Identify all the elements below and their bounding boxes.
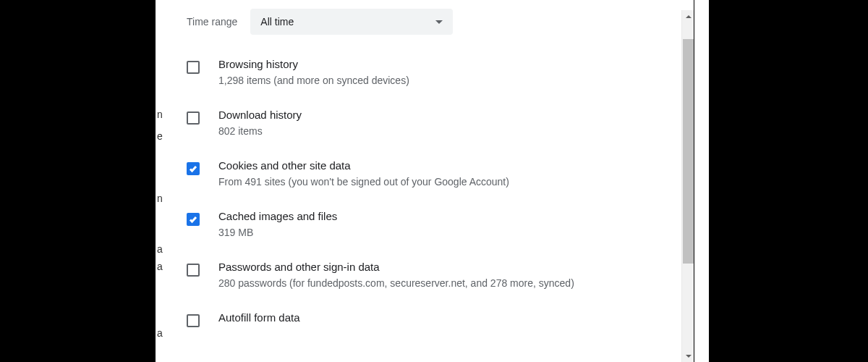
option-title: Passwords and other sign-in data xyxy=(218,261,676,273)
option-description: 280 passwords (for fundedposts.com, secu… xyxy=(218,276,676,291)
arrow-up-icon xyxy=(686,15,692,18)
option-text: Cached images and files319 MB xyxy=(218,210,676,240)
checkmark-icon xyxy=(189,215,197,224)
checkbox[interactable] xyxy=(187,61,200,74)
option-text: Passwords and other sign-in data280 pass… xyxy=(218,261,676,291)
scroll-down-button[interactable] xyxy=(682,350,694,362)
scroll-up-button[interactable] xyxy=(682,10,694,22)
option-description: 802 items xyxy=(218,124,676,139)
checkbox[interactable] xyxy=(187,314,200,327)
option-title: Autofill form data xyxy=(218,311,676,324)
option-row[interactable]: Browsing history1,298 items (and more on… xyxy=(187,48,694,98)
option-title: Cached images and files xyxy=(218,210,676,222)
option-row[interactable]: Download history802 items xyxy=(187,98,694,149)
scrollbar[interactable] xyxy=(681,10,694,362)
time-range-label: Time range xyxy=(187,16,237,28)
option-title: Download history xyxy=(218,109,676,121)
background-right xyxy=(694,0,709,362)
option-text: Download history802 items xyxy=(218,109,676,139)
chevron-down-icon xyxy=(435,20,443,24)
time-range-value: All time xyxy=(260,16,294,28)
checkbox[interactable] xyxy=(187,264,200,277)
scroll-thumb[interactable] xyxy=(683,39,694,264)
checkmark-icon xyxy=(189,164,197,173)
background-left: n e n a a a xyxy=(156,0,170,362)
option-row[interactable]: Autofill form data xyxy=(187,301,694,337)
option-row[interactable]: Passwords and other sign-in data280 pass… xyxy=(187,251,694,301)
option-row[interactable]: Cached images and files319 MB xyxy=(187,200,694,251)
arrow-down-icon xyxy=(686,355,692,358)
checkbox[interactable] xyxy=(187,162,200,175)
option-description: From 491 sites (you won't be signed out … xyxy=(218,174,676,190)
option-description: 319 MB xyxy=(218,225,676,240)
options-list: Browsing history1,298 items (and more on… xyxy=(169,48,694,362)
time-range-row: Time range All time xyxy=(169,0,694,48)
option-title: Cookies and other site data xyxy=(218,159,676,172)
time-range-select[interactable]: All time xyxy=(250,9,453,35)
checkbox[interactable] xyxy=(187,213,200,226)
option-text: Cookies and other site dataFrom 491 site… xyxy=(218,159,676,190)
option-text: Autofill form data xyxy=(218,311,676,327)
option-title: Browsing history xyxy=(218,58,676,70)
option-row[interactable]: Cookies and other site dataFrom 491 site… xyxy=(187,149,694,200)
option-text: Browsing history1,298 items (and more on… xyxy=(218,58,676,88)
checkbox[interactable] xyxy=(187,111,200,125)
clear-browsing-data-dialog: Time range All time Browsing history1,29… xyxy=(169,0,694,362)
option-description: 1,298 items (and more on synced devices) xyxy=(218,73,676,88)
